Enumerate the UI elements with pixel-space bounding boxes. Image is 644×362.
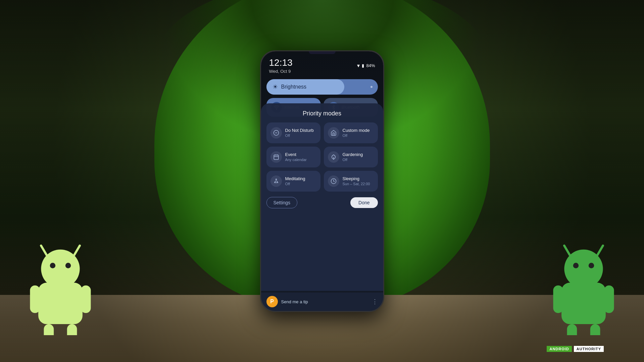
sleeping-status: Sun – Sat, 22:00 bbox=[343, 182, 370, 186]
tip-bar: P Send me a tip ⋮ bbox=[261, 293, 383, 311]
gardening-text: Gardening Off bbox=[343, 152, 363, 162]
battery-percent: 84% bbox=[366, 63, 375, 68]
sleeping-text: Sleeping Sun – Sat, 22:00 bbox=[343, 176, 370, 186]
svg-point-7 bbox=[65, 263, 71, 268]
done-button[interactable]: Done bbox=[350, 197, 378, 208]
svg-rect-11 bbox=[561, 283, 606, 324]
watermark-authority: AUTHORITY bbox=[574, 346, 604, 352]
brightness-dot bbox=[370, 86, 373, 88]
watermark-android: ANDROID bbox=[547, 346, 572, 352]
svg-rect-12 bbox=[553, 286, 563, 313]
settings-button[interactable]: Settings bbox=[266, 197, 298, 208]
custom-mode-icon bbox=[328, 127, 339, 139]
priority-actions: Settings Done bbox=[266, 197, 378, 208]
status-time: 12:13 bbox=[269, 57, 293, 68]
svg-rect-3 bbox=[81, 286, 91, 313]
svg-rect-13 bbox=[604, 286, 614, 313]
tip-label: Send me a tip bbox=[281, 299, 368, 304]
svg-rect-4 bbox=[44, 324, 54, 335]
svg-point-16 bbox=[573, 263, 579, 268]
phone-container: 12:13 Wed, Oct 9 ▾ ▮ 84% ☀ Brightness bbox=[260, 50, 384, 312]
do-not-disturb-text: Do Not Disturb Off bbox=[285, 128, 314, 138]
svg-line-8 bbox=[41, 246, 46, 255]
priority-tile-do-not-disturb[interactable]: Do Not Disturb Off bbox=[266, 122, 320, 143]
wifi-icon: ▾ bbox=[357, 62, 360, 69]
tip-icon: P bbox=[266, 296, 278, 307]
status-bar: 12:13 Wed, Oct 9 ▾ ▮ 84% bbox=[261, 51, 383, 76]
meditating-status: Off bbox=[285, 182, 305, 186]
watermark: ANDROID AUTHORITY bbox=[547, 346, 604, 352]
phone-frame: 12:13 Wed, Oct 9 ▾ ▮ 84% ☀ Brightness bbox=[260, 50, 384, 312]
meditating-name: Meditating bbox=[285, 176, 305, 181]
tip-more-icon[interactable]: ⋮ bbox=[372, 298, 378, 305]
svg-rect-1 bbox=[38, 283, 83, 324]
status-icons: ▾ ▮ 84% bbox=[357, 62, 375, 69]
priority-grid: Do Not Disturb Off Cus bbox=[266, 122, 378, 192]
status-left: 12:13 Wed, Oct 9 bbox=[269, 57, 293, 74]
svg-rect-15 bbox=[590, 324, 600, 335]
svg-rect-2 bbox=[30, 286, 40, 313]
priority-tile-custom-mode[interactable]: Custom mode Off bbox=[324, 122, 378, 143]
priority-tile-sleeping[interactable]: Sleeping Sun – Sat, 22:00 bbox=[324, 171, 378, 192]
event-text: Event Any calendar bbox=[285, 152, 307, 162]
priority-tile-event[interactable]: Event Any calendar bbox=[266, 147, 320, 167]
svg-line-9 bbox=[74, 246, 80, 255]
status-date: Wed, Oct 9 bbox=[269, 69, 293, 74]
event-status: Any calendar bbox=[285, 158, 307, 162]
phone-notch bbox=[309, 51, 336, 54]
gardening-icon bbox=[328, 151, 339, 163]
svg-line-18 bbox=[564, 246, 569, 255]
do-not-disturb-status: Off bbox=[285, 134, 314, 138]
brightness-icon: ☀ bbox=[273, 83, 278, 91]
svg-point-27 bbox=[276, 179, 277, 180]
event-name: Event bbox=[285, 152, 307, 157]
brightness-label: Brightness bbox=[281, 84, 307, 90]
event-icon bbox=[270, 151, 282, 163]
priority-modes-title: Priority modes bbox=[266, 110, 378, 117]
sleeping-name: Sleeping bbox=[343, 176, 370, 181]
svg-rect-23 bbox=[274, 155, 279, 160]
meditating-icon bbox=[270, 175, 282, 187]
custom-mode-name: Custom mode bbox=[343, 128, 370, 133]
svg-rect-5 bbox=[67, 324, 77, 335]
do-not-disturb-name: Do Not Disturb bbox=[285, 128, 314, 133]
android-figure-right bbox=[550, 241, 617, 335]
sleeping-icon bbox=[328, 175, 339, 187]
gardening-name: Gardening bbox=[343, 152, 363, 157]
custom-mode-text: Custom mode Off bbox=[343, 128, 370, 138]
svg-point-17 bbox=[589, 263, 594, 268]
phone-screen: 12:13 Wed, Oct 9 ▾ ▮ 84% ☀ Brightness bbox=[261, 51, 383, 311]
brightness-bar[interactable]: ☀ Brightness bbox=[266, 79, 378, 95]
svg-rect-14 bbox=[567, 324, 577, 335]
android-figure-left bbox=[27, 241, 94, 335]
priority-modes-overlay: Priority modes Do Not Disturb Off bbox=[261, 103, 383, 291]
priority-tile-gardening[interactable]: Gardening Off bbox=[324, 147, 378, 167]
svg-point-6 bbox=[50, 263, 55, 268]
svg-line-19 bbox=[597, 246, 603, 255]
do-not-disturb-icon bbox=[270, 127, 282, 139]
custom-mode-status: Off bbox=[343, 134, 370, 138]
meditating-text: Meditating Off bbox=[285, 176, 305, 186]
priority-tile-meditating[interactable]: Meditating Off bbox=[266, 171, 320, 192]
gardening-status: Off bbox=[343, 158, 363, 162]
battery-icon: ▮ bbox=[362, 63, 364, 68]
